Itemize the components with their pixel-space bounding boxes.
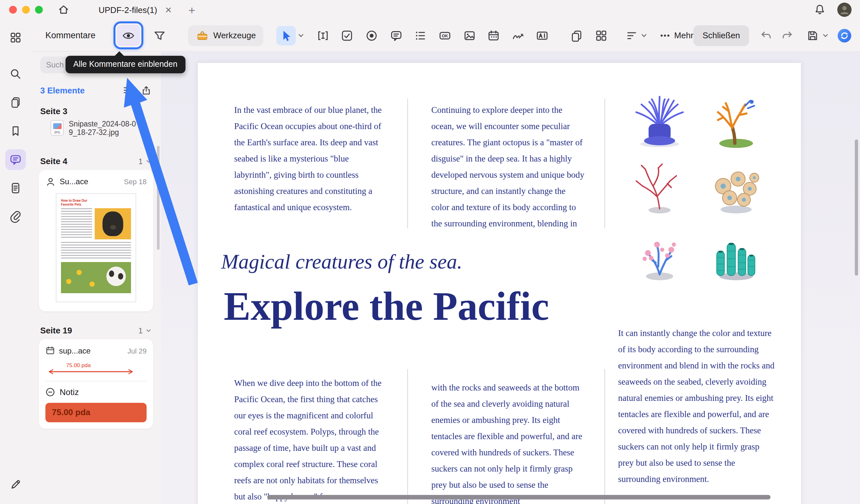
- tab-close-icon[interactable]: ✕: [165, 5, 172, 14]
- ok-stamp-icon: OK: [439, 29, 452, 42]
- save-options-chevron-icon[interactable]: [822, 32, 829, 39]
- undo-icon: [760, 29, 773, 42]
- paperclip-icon: [9, 210, 22, 223]
- tooltip-caret: [114, 51, 125, 56]
- horizontal-scrollbar[interactable]: [267, 495, 771, 500]
- note-list-tool[interactable]: [413, 27, 428, 44]
- sidebar-item-bookmarks[interactable]: [5, 121, 26, 141]
- thumbnail-heading: How to Draw Our Favorite Pets: [61, 199, 95, 206]
- left-sidebar: [0, 19, 31, 504]
- sort-lines-icon: [626, 29, 639, 42]
- notifications-button[interactable]: [812, 2, 828, 17]
- strikeout-line-icon: [48, 369, 133, 375]
- vertical-scrollbar[interactable]: [855, 140, 858, 276]
- panel-scrollbar[interactable]: [157, 146, 160, 250]
- section-count: 1: [139, 326, 143, 335]
- more-tools-button[interactable]: ••• Mehr: [660, 30, 693, 40]
- pen-icon: [9, 478, 22, 491]
- note-icon: [45, 387, 55, 397]
- comments-panel-icon: [9, 153, 22, 166]
- home-button[interactable]: [56, 2, 71, 17]
- note-row[interactable]: Notiz: [45, 387, 147, 397]
- undo-button[interactable]: [758, 27, 774, 44]
- comment-card-seite4[interactable]: Su...ace Sep 18 How to Draw Our Favorite…: [39, 170, 153, 311]
- chevron-down-icon: [641, 32, 647, 39]
- export-share-icon[interactable]: [141, 85, 152, 96]
- thumbnail-pug-photo: [95, 208, 131, 239]
- close-comment-mode-button[interactable]: Schließen: [693, 25, 749, 46]
- copy-annotation-tool[interactable]: [569, 27, 584, 44]
- document-tab[interactable]: UPDF-2-files(1) ✕: [99, 5, 172, 15]
- section-count: 1: [139, 157, 143, 166]
- user-avatar[interactable]: [837, 2, 852, 17]
- save-button[interactable]: [805, 27, 820, 44]
- column-divider: [604, 99, 605, 228]
- sidebar-item-signature[interactable]: [5, 474, 26, 495]
- calendar-tool[interactable]: [486, 27, 502, 44]
- comment-tool[interactable]: [388, 27, 404, 44]
- minimize-window-button[interactable]: [22, 6, 30, 14]
- column-divider: [604, 369, 605, 504]
- sidebar-item-search[interactable]: [5, 63, 26, 84]
- ai-assistant-button[interactable]: [836, 27, 852, 44]
- section-header-seite4[interactable]: Seite 4 1: [40, 156, 152, 166]
- sidebar-item-pages[interactable]: [5, 92, 26, 113]
- redo-icon: [781, 29, 794, 42]
- show-all-comments-button[interactable]: [117, 25, 140, 46]
- paragraph-bottom-mid: with the rocks and seaweeds at the botto…: [431, 379, 584, 504]
- comment-thumbnail: How to Draw Our Favorite Pets: [56, 193, 136, 302]
- red-coral-image: [626, 160, 693, 215]
- sort-order-icon[interactable]: [122, 85, 133, 96]
- highlight-annotation[interactable]: 75.00 pda: [45, 403, 147, 422]
- text-select-icon: [316, 29, 329, 42]
- comment-card-seite19[interactable]: sup...ace Jul 29 75.00 pda Notiz 75.0: [39, 339, 153, 429]
- panel-title: Kommentare: [45, 30, 96, 40]
- thumbnail-dog-photo: [61, 262, 131, 293]
- checkbox-tool[interactable]: [339, 27, 355, 44]
- radio-tool[interactable]: [363, 27, 379, 44]
- stamp-tool[interactable]: OK: [437, 27, 453, 44]
- close-window-button[interactable]: [9, 6, 17, 14]
- attachment-image-icon: [53, 123, 62, 129]
- clipboard-copy-icon: [570, 29, 583, 42]
- image-icon: [463, 29, 476, 42]
- sidebar-item-apps[interactable]: [5, 27, 26, 48]
- chevron-down-icon[interactable]: [145, 158, 152, 164]
- text-comment-tool[interactable]: [315, 27, 331, 44]
- sidebar-item-attachments[interactable]: [5, 206, 26, 227]
- comment-author: Su...ace: [60, 177, 88, 186]
- comment-date: Sep 18: [124, 178, 147, 186]
- document-view[interactable]: In the vast embrace of our blue planet, …: [161, 52, 860, 504]
- select-tool-button[interactable]: [277, 26, 296, 45]
- comment-bubble-icon: [389, 29, 402, 42]
- sidebar-item-comments[interactable]: [5, 149, 26, 170]
- app-window: UPDF-2-files(1) ✕ ＋ Kommentare: [0, 0, 860, 504]
- redo-button[interactable]: [779, 27, 795, 44]
- layout-grid-tool[interactable]: [593, 27, 609, 44]
- chevron-down-icon[interactable]: [298, 32, 304, 39]
- ai-sync-icon: [837, 28, 851, 43]
- pdf-page: In the vast embrace of our blue planet, …: [198, 63, 801, 504]
- filter-comments-button[interactable]: [152, 27, 167, 44]
- paragraph-right: It can instantly change the color and te…: [618, 325, 775, 487]
- chevron-down-icon[interactable]: [145, 327, 152, 334]
- zoom-window-button[interactable]: [35, 6, 43, 14]
- image-tool[interactable]: [461, 27, 477, 44]
- strikeout-label: 75.00 pda: [66, 362, 144, 369]
- tooltip-text: Alle Kommentare einblenden: [73, 60, 177, 69]
- sidebar-item-document[interactable]: [5, 178, 26, 199]
- section-header-seite19[interactable]: Seite 19 1: [40, 326, 152, 335]
- section-header-seite3[interactable]: Seite 3: [40, 106, 152, 116]
- tools-button[interactable]: Werkzeuge: [188, 25, 264, 46]
- creature-image-grid: [626, 94, 770, 281]
- comments-panel: 3 Elemente Seite 3 JPG Snipaste_2024-: [31, 52, 161, 504]
- text-field-tool[interactable]: [534, 27, 550, 44]
- pages-icon: [9, 96, 22, 109]
- bell-icon: [813, 3, 826, 16]
- more-label: Mehr: [674, 30, 693, 40]
- signature-tool[interactable]: [510, 27, 526, 44]
- new-tab-button[interactable]: ＋: [186, 4, 197, 15]
- paragraph-bottom-left: When we dive deep into the bottom of the…: [234, 375, 385, 504]
- attachment-item[interactable]: JPG Snipaste_2024-08-09_18-27-32.jpg: [51, 120, 152, 137]
- sort-comments-button[interactable]: [626, 29, 647, 42]
